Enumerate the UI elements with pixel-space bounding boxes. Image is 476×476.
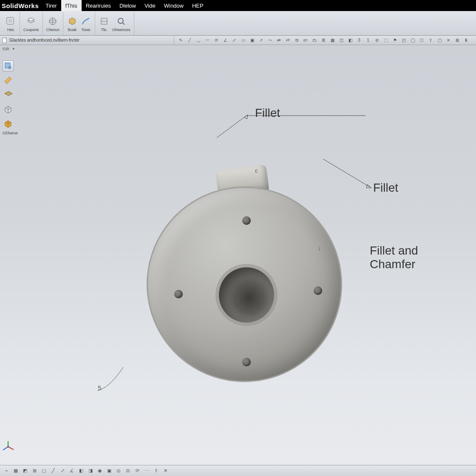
menu-reariruies[interactable]: Reariruies <box>82 0 115 11</box>
tool-hex-icon[interactable]: ⬡ <box>418 37 425 44</box>
document-icon <box>2 37 8 43</box>
menu-this[interactable]: fThis <box>61 0 82 11</box>
tool-face-icon[interactable]: ◧ <box>346 37 354 44</box>
status-dim-icon[interactable]: ⤢ <box>59 467 66 475</box>
edit-icon[interactable]: ✦ <box>12 47 15 51</box>
svg-point-15 <box>7 446 9 448</box>
toolstrip: ✎ ╱ ◡ 〰 ⟳ ∠ ⤢ ▭ ▣ ↗ ⤳ ⇄ ⮂ ⧉ 🏷 🗀 ≣ ▦ ◫ ◧ … <box>174 36 476 45</box>
tool-box-icon[interactable]: ▢ <box>436 37 443 44</box>
status-cube1-icon[interactable]: ◧ <box>77 467 85 475</box>
status-pointer-icon[interactable]: ⌁ <box>3 467 10 475</box>
status-light-icon[interactable]: ◎ <box>115 467 122 475</box>
tool-angle-icon[interactable]: ∠ <box>221 37 229 44</box>
tool-arrow-icon[interactable]: ↗ <box>257 37 265 44</box>
status-scale-icon[interactable]: ⚖ <box>124 467 132 475</box>
ribbon-label-chenun: Chenun <box>46 28 60 32</box>
svg-line-12 <box>217 116 246 138</box>
status-eye-icon[interactable]: ◉ <box>96 467 104 475</box>
tool-circle-icon[interactable]: ◯ <box>409 37 416 44</box>
tool-text-3-icon[interactable]: 3 <box>355 37 363 44</box>
tick-arrow: ↓ <box>318 245 321 252</box>
tool-edge-icon[interactable]: ◫ <box>337 37 345 44</box>
tool-path-icon[interactable]: ⤳ <box>266 37 274 44</box>
tool-layers-icon[interactable]: ≣ <box>320 37 327 44</box>
search-icon <box>116 16 127 27</box>
status-cube2-icon[interactable]: ◨ <box>87 467 94 475</box>
left-tools-label: GEbarue <box>3 131 18 135</box>
tick-5: 5 <box>98 384 101 391</box>
tool-arc-icon[interactable]: ◡ <box>195 37 202 44</box>
status-grid-icon[interactable]: ▦ <box>12 467 20 475</box>
status-close-icon[interactable]: ✕ <box>162 467 169 475</box>
tool-mirror-icon[interactable]: ⮂ <box>284 37 292 44</box>
tool-window-icon[interactable]: ▣ <box>248 37 256 44</box>
menu-tirer[interactable]: Tirer <box>41 0 61 11</box>
tool-pencil-icon[interactable]: ✎ <box>177 37 184 44</box>
ribbon-group-hes[interactable]: Hes <box>2 12 20 35</box>
ribbon: Hes Coupone Chenun Boak Towe Tle. Ohwenc… <box>0 11 476 36</box>
status-line-icon[interactable]: ╱ <box>49 467 57 475</box>
document-title-bar[interactable]: Glacktes andhonfoced.nvilbern·fncter <box>0 36 174 45</box>
box-tool[interactable] <box>3 104 14 115</box>
status-box-icon[interactable]: ▢ <box>40 467 48 475</box>
status-more-icon[interactable]: ⋯ <box>143 467 150 475</box>
tool-flag-icon[interactable]: ⚑ <box>391 37 399 44</box>
tool-folder-icon[interactable]: 🗀 <box>311 37 318 44</box>
tool-select-icon[interactable]: ⬚ <box>382 37 390 44</box>
ribbon-group-coupone[interactable]: Coupone <box>20 12 43 35</box>
ribbon-group-misc: Boak Towe <box>63 12 95 35</box>
ribbon-label-ohwences: Ohwences <box>112 28 130 32</box>
ribbon-cell-tle[interactable]: Tle. <box>99 16 110 32</box>
ribbon-cell-towe[interactable]: Towe <box>80 16 91 32</box>
tool-rotate-icon[interactable]: ⟳ <box>212 37 220 44</box>
tool-crop-icon[interactable]: ◰ <box>400 37 408 44</box>
tool-move-icon[interactable]: ⇄ <box>275 37 283 44</box>
menu-window[interactable]: Window <box>160 0 188 11</box>
tool-rect-icon[interactable]: ▭ <box>239 37 247 44</box>
svg-rect-10 <box>5 63 10 68</box>
tool-line-icon[interactable]: ╱ <box>186 37 193 44</box>
plane-tool[interactable] <box>3 75 14 86</box>
block-icon <box>67 16 78 27</box>
status-snap-icon[interactable]: ◩ <box>21 467 29 475</box>
ribbon-group-chenun[interactable]: Chenun <box>43 12 64 35</box>
tool-spline-icon[interactable]: 〰 <box>204 37 211 44</box>
status-rot-icon[interactable]: ⟳ <box>133 467 141 475</box>
tool-export-icon[interactable]: ⇪ <box>427 37 434 44</box>
menu-vide[interactable]: Vide <box>140 0 160 11</box>
tool-text-1-icon[interactable]: 1 <box>364 37 372 44</box>
measure-icon <box>99 16 110 27</box>
tool-cross-icon[interactable]: ✕ <box>445 37 452 44</box>
tool-grid-icon[interactable]: ▦ <box>329 37 336 44</box>
status-export-icon[interactable]: ⇪ <box>152 467 160 475</box>
ribbon-label-tle: Tle. <box>101 28 108 32</box>
svg-line-8 <box>122 23 125 25</box>
tool-dim-icon[interactable]: ⤢ <box>230 37 238 44</box>
annotation-fillet-chamfer-line2: Chamfer <box>370 258 415 271</box>
tool-tag-icon[interactable]: 🏷 <box>302 37 309 44</box>
graphics-viewport[interactable]: GEbarue Fillet Fillet Fillet and Chamfer… <box>0 53 476 465</box>
app-logo-text: SolidWorks <box>0 2 41 9</box>
status-ortho-icon[interactable]: ⊞ <box>31 467 38 475</box>
face-tool[interactable] <box>3 89 14 100</box>
tool-hide-icon[interactable]: ⊘ <box>373 37 381 44</box>
ribbon-cell-ohwences[interactable]: Ohwences <box>112 16 130 32</box>
ribbon-group-misc2: Tle. Ohwences <box>95 12 134 35</box>
curve-icon <box>80 16 91 27</box>
solid-tool[interactable] <box>3 118 14 129</box>
status-angle-icon[interactable]: ∠ <box>68 467 76 475</box>
stack-icon <box>26 16 37 27</box>
status-cam-icon[interactable]: ▣ <box>105 467 113 475</box>
ribbon-label-boak: Boak <box>68 28 77 32</box>
view-triad[interactable] <box>2 440 14 453</box>
tool-copy-icon[interactable]: ⧉ <box>293 37 300 44</box>
ribbon-cell-boak[interactable]: Boak <box>67 16 78 32</box>
status-bar: ⌁ ▦ ◩ ⊞ ▢ ╱ ⤢ ∠ ◧ ◨ ◉ ▣ ◎ ⚖ ⟳ ⋯ ⇪ ✕ <box>0 465 476 476</box>
tool-close-icon[interactable]: ⊠ <box>453 37 461 44</box>
menu-help[interactable]: HEP <box>188 0 208 11</box>
left-tool-column: GEbarue <box>3 60 18 135</box>
tool-k-icon[interactable]: k <box>462 37 470 44</box>
svg-line-14 <box>323 159 370 187</box>
select-tool[interactable] <box>3 60 14 71</box>
menu-dlelow[interactable]: Dlelow <box>115 0 140 11</box>
